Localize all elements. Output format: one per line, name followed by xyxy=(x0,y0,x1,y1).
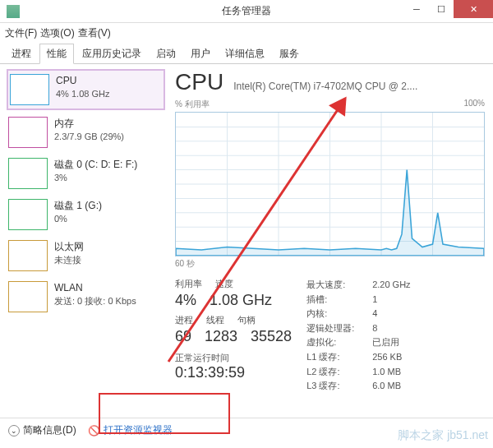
detail-key: L3 缓存: xyxy=(306,379,366,394)
side-sub: 0% xyxy=(54,213,102,225)
detail-key: 最大速度: xyxy=(306,278,366,293)
detail-row: L2 缓存:1.0 MB xyxy=(306,365,410,380)
stats-left: 利用率 速度 4% 1.08 GHz 进程 线程 句柄 69 xyxy=(175,278,292,394)
detail-row: 最大速度:2.20 GHz xyxy=(306,278,410,293)
menu-file[interactable]: 文件(F) xyxy=(5,26,37,40)
menu-view[interactable]: 查看(V) xyxy=(78,26,111,40)
sidebar-item-disk-2[interactable]: 磁盘 0 (C: D: E: F:) 3% xyxy=(7,155,165,192)
detail-row: 插槽:1 xyxy=(306,293,410,307)
side-name: 内存 xyxy=(54,117,124,131)
label-handles: 句柄 xyxy=(237,314,256,326)
tab-processes[interactable]: 进程 xyxy=(5,44,38,63)
close-button[interactable]: ✕ xyxy=(454,0,493,18)
main-header: CPU Intel(R) Core(TM) i7-4702MQ CPU @ 2.… xyxy=(175,69,485,95)
detail-row: 虚拟化:已启用 xyxy=(306,335,410,350)
titlebar: 任务管理器 ─ ☐ ✕ xyxy=(0,0,493,23)
sidebar-item-disk-3[interactable]: 磁盘 1 (G:) 0% xyxy=(7,196,165,233)
label-threads: 线程 xyxy=(206,314,224,326)
side-sub: 发送: 0 接收: 0 Kbps xyxy=(54,295,136,307)
chart-y-label: % 利用率 xyxy=(175,99,210,110)
detail-key: 虚拟化: xyxy=(306,335,366,350)
thumb-icon xyxy=(8,199,48,230)
value-utilization: 4% xyxy=(175,292,196,309)
tab-services[interactable]: 服务 xyxy=(273,44,306,63)
thumb-icon xyxy=(10,74,49,105)
side-name: 磁盘 1 (G:) xyxy=(54,199,102,213)
detail-val: 1 xyxy=(372,293,377,307)
fewer-details-label: 简略信息(D) xyxy=(23,423,76,437)
side-text: 内存 2.3/7.9 GB (29%) xyxy=(54,117,124,148)
thumb-icon xyxy=(8,281,48,312)
sidebar-item-cpu-0[interactable]: CPU 4% 1.08 GHz xyxy=(7,69,165,110)
menu-options[interactable]: 选项(O) xyxy=(40,26,74,40)
tab-app-history[interactable]: 应用历史记录 xyxy=(76,44,148,63)
side-text: 磁盘 0 (C: D: E: F:) 3% xyxy=(54,158,137,189)
footer: ⌄ 简略信息(D) 打开资源监视器 xyxy=(0,418,493,442)
resmon-icon xyxy=(88,425,100,436)
side-sub: 4% 1.08 GHz xyxy=(56,88,109,100)
detail-val: 1.0 MB xyxy=(372,365,401,380)
menubar: 文件(F) 选项(O) 查看(V) xyxy=(0,23,493,43)
side-name: CPU xyxy=(56,74,109,88)
minimize-button[interactable]: ─ xyxy=(404,0,429,18)
side-sub: 未连接 xyxy=(54,254,84,266)
sidebar-item-mem-1[interactable]: 内存 2.3/7.9 GB (29%) xyxy=(7,113,165,151)
tabbar: 进程 性能 应用历史记录 启动 用户 详细信息 服务 xyxy=(0,43,493,64)
detail-row: L1 缓存:256 KB xyxy=(306,350,410,365)
detail-val: 4 xyxy=(372,307,377,321)
cpu-model: Intel(R) Core(TM) i7-4702MQ CPU @ 2.... xyxy=(233,81,417,92)
value-threads: 1283 xyxy=(205,328,237,345)
label-utilization: 利用率 xyxy=(175,278,202,290)
value-processes: 69 xyxy=(175,328,191,345)
window-buttons: ─ ☐ ✕ xyxy=(404,0,493,18)
open-resource-monitor-link[interactable]: 打开资源监视器 xyxy=(88,423,173,437)
label-processes: 进程 xyxy=(175,314,193,326)
detail-val: 6.0 MB xyxy=(372,379,401,394)
side-sub: 3% xyxy=(54,172,137,184)
fewer-details-button[interactable]: ⌄ 简略信息(D) xyxy=(8,423,76,437)
resmon-label: 打开资源监视器 xyxy=(104,423,173,437)
detail-row: 逻辑处理器:8 xyxy=(306,321,410,336)
value-uptime: 0:13:39:59 xyxy=(175,364,292,381)
tab-startup[interactable]: 启动 xyxy=(150,44,182,63)
value-speed: 1.08 GHz xyxy=(210,292,272,309)
side-text: 以太网 未连接 xyxy=(54,240,84,271)
chart-top-labels: % 利用率 100% xyxy=(175,99,485,110)
sidebar: CPU 4% 1.08 GHz 内存 2.3/7.9 GB (29%) 磁盘 0… xyxy=(0,64,168,418)
resource-title: CPU xyxy=(175,69,223,95)
detail-key: 逻辑处理器: xyxy=(306,321,366,336)
detail-val: 8 xyxy=(372,321,377,336)
detail-row: L3 缓存:6.0 MB xyxy=(306,379,410,394)
detail-key: 插槽: xyxy=(306,293,366,307)
value-handles: 35528 xyxy=(251,328,292,345)
detail-row: 内核:4 xyxy=(306,307,410,321)
content: CPU 4% 1.08 GHz 内存 2.3/7.9 GB (29%) 磁盘 0… xyxy=(0,64,493,418)
detail-val: 256 KB xyxy=(372,350,402,365)
thumb-icon xyxy=(8,158,48,189)
detail-key: L1 缓存: xyxy=(306,350,366,365)
side-text: CPU 4% 1.08 GHz xyxy=(56,74,109,105)
maximize-button[interactable]: ☐ xyxy=(429,0,454,18)
label-speed: 速度 xyxy=(215,278,233,290)
tab-users[interactable]: 用户 xyxy=(184,44,217,63)
side-text: WLAN 发送: 0 接收: 0 Kbps xyxy=(54,281,136,312)
tab-details[interactable]: 详细信息 xyxy=(219,44,271,63)
detail-val: 2.20 GHz xyxy=(372,278,410,293)
stats-right: 最大速度:2.20 GHz插槽:1内核:4逻辑处理器:8虚拟化:已启用L1 缓存… xyxy=(306,278,410,394)
app-icon xyxy=(7,5,20,18)
side-name: 磁盘 0 (C: D: E: F:) xyxy=(54,158,137,172)
main-panel: CPU Intel(R) Core(TM) i7-4702MQ CPU @ 2.… xyxy=(168,64,493,418)
label-uptime: 正常运行时间 xyxy=(175,352,292,364)
tab-performance[interactable]: 性能 xyxy=(39,44,74,64)
thumb-icon xyxy=(8,117,48,148)
cpu-chart xyxy=(175,112,485,256)
sidebar-item-net-4[interactable]: 以太网 未连接 xyxy=(7,237,165,275)
chart-y-max: 100% xyxy=(463,99,485,110)
sidebar-item-wlan-5[interactable]: WLAN 发送: 0 接收: 0 Kbps xyxy=(7,278,165,316)
detail-key: 内核: xyxy=(306,307,366,321)
chevron-down-icon: ⌄ xyxy=(8,425,20,436)
thumb-icon xyxy=(8,240,48,271)
window-title: 任务管理器 xyxy=(222,4,271,18)
side-text: 磁盘 1 (G:) 0% xyxy=(54,199,102,230)
detail-key: L2 缓存: xyxy=(306,365,366,380)
